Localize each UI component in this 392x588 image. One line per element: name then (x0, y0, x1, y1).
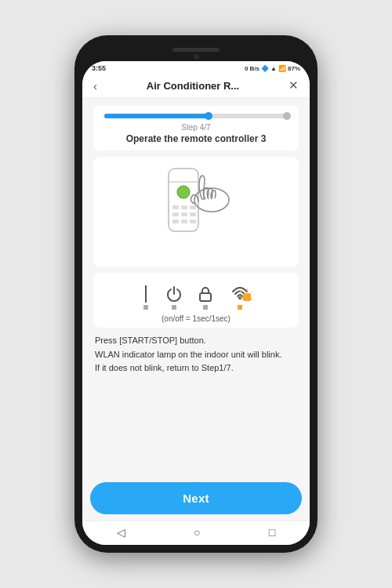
step-description: Operate the remote controller 3 (104, 133, 288, 144)
mode-svg (197, 285, 214, 303)
svg-rect-4 (181, 205, 187, 209)
progress-end-dot (283, 112, 291, 120)
title-bar: ‹ Air Conditioner R... ✕ (82, 74, 310, 98)
wlan-blink-svg (228, 281, 252, 303)
step-label: Step 4/7 (104, 123, 288, 132)
svg-rect-6 (172, 212, 179, 216)
nav-back-button[interactable]: ◁ (117, 526, 125, 539)
svg-rect-5 (190, 205, 196, 209)
svg-point-2 (177, 186, 190, 198)
phone-speaker (172, 48, 220, 52)
svg-rect-3 (172, 205, 179, 209)
instruction-line-1: Press [START/STOP] button. WLAN indicato… (95, 334, 297, 376)
power-onoff-icon-item (165, 285, 183, 310)
status-time: 3:55 (92, 64, 106, 72)
svg-rect-16 (243, 293, 251, 301)
svg-rect-11 (190, 220, 196, 223)
main-content: Step 4/7 Operate the remote controller 3 (82, 98, 310, 479)
power-line-svg (140, 285, 151, 303)
signal-bars-icon: 📶 (278, 65, 286, 72)
phone-camera (194, 54, 199, 60)
progress-section: Step 4/7 Operate the remote controller 3 (93, 106, 299, 151)
svg-line-21 (240, 291, 241, 292)
svg-rect-14 (200, 293, 211, 301)
icon-dot-1 (143, 305, 148, 310)
svg-rect-9 (172, 220, 179, 223)
page-title: Air Conditioner R... (147, 80, 239, 92)
bottom-nav: ◁ ○ □ (82, 521, 310, 545)
status-bar: 3:55 0 B/s 🔷 ▲ 📶 87% (82, 61, 310, 74)
svg-rect-10 (181, 220, 187, 223)
data-speed: 0 B/s (245, 65, 260, 72)
illustration-box (93, 157, 299, 267)
mode-icon-item (197, 285, 214, 310)
remote-controller-illustration (133, 165, 259, 259)
instructions-box: Press [START/STOP] button. WLAN indicato… (93, 334, 299, 376)
wlan-blink-visual (228, 281, 252, 303)
icons-row-box: (on/off = 1sec/1sec) (93, 273, 299, 328)
nav-home-button[interactable]: ○ (194, 526, 200, 539)
bluetooth-icon: 🔷 (261, 65, 269, 72)
svg-rect-8 (190, 212, 196, 216)
progress-dot (205, 112, 212, 120)
phone-notch (82, 43, 310, 61)
back-button[interactable]: ‹ (93, 79, 97, 93)
icon-dot-4 (238, 305, 242, 310)
progress-bar (104, 114, 288, 118)
power-onoff-svg (165, 285, 183, 303)
phone-frame: 3:55 0 B/s 🔷 ▲ 📶 87% ‹ Air Conditioner R… (74, 35, 318, 553)
next-button-container: Next (82, 479, 310, 521)
wifi-signal-icon: ▲ (270, 65, 277, 72)
svg-rect-7 (181, 212, 187, 216)
battery-icon: 87% (288, 65, 300, 72)
phone-screen: 3:55 0 B/s 🔷 ▲ 📶 87% ‹ Air Conditioner R… (82, 61, 310, 545)
close-button[interactable]: ✕ (289, 78, 299, 93)
wlan-blink-icon-item (228, 281, 252, 310)
icons-row (140, 281, 252, 310)
next-button[interactable]: Next (90, 482, 302, 514)
nav-recent-button[interactable]: □ (269, 526, 275, 539)
status-icons: 0 B/s 🔷 ▲ 📶 87% (245, 65, 300, 72)
icon-dot-2 (172, 305, 176, 310)
power-line-icon-item (140, 285, 151, 310)
icon-dot-3 (203, 305, 208, 310)
progress-fill (104, 114, 209, 118)
icons-caption: (on/off = 1sec/1sec) (162, 314, 230, 323)
